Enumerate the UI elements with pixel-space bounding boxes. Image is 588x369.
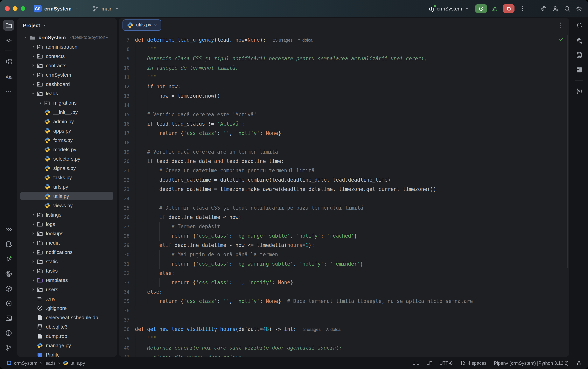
breadcrumb-utils.py[interactable]: utils.py <box>63 360 85 366</box>
line-number[interactable]: 31 <box>119 259 130 269</box>
zoom-window-button[interactable] <box>21 6 25 11</box>
chevron-right-icon[interactable] <box>37 100 43 105</box>
editor-scrollbar[interactable] <box>567 35 568 268</box>
tool-stripe-hidden-tool-windows-icon[interactable] <box>3 224 14 235</box>
close-tab-icon[interactable]: × <box>154 22 157 27</box>
tool-stripe-services-icon[interactable] <box>3 298 14 309</box>
tool-stripe-database-icon[interactable] <box>574 49 585 60</box>
line-number[interactable]: 20 <box>119 157 130 166</box>
tree-item-contracts[interactable]: contracts <box>17 61 117 70</box>
chevron-right-icon[interactable] <box>30 249 36 255</box>
tree-item-lookups[interactable]: lookups <box>17 229 117 238</box>
tree-item-models.py[interactable]: models.py <box>17 145 117 154</box>
project-panel-header[interactable]: Project <box>17 18 117 33</box>
tree-item-migrations[interactable]: migrations <box>17 98 117 107</box>
tool-stripe-structure-icon[interactable] <box>3 56 14 67</box>
line-number[interactable]: 17 <box>119 129 130 138</box>
tree-item-templates[interactable]: templates <box>17 275 117 285</box>
inspections-ok-icon[interactable] <box>558 37 564 42</box>
tree-item-static[interactable]: static <box>17 257 117 266</box>
tool-stripe-ai-assistant-icon[interactable] <box>574 35 585 45</box>
tree-item-admin.py[interactable]: admin.py <box>17 117 117 126</box>
status-line-separator[interactable]: LF <box>427 360 432 366</box>
tree-item-leads[interactable]: leads <box>17 89 117 98</box>
ai-assistant-icon[interactable] <box>540 5 547 12</box>
tree-item-crmSystem[interactable]: crmSystem <box>17 70 117 79</box>
tree-item-tasks.py[interactable]: tasks.py <box>17 173 117 182</box>
line-number[interactable]: 22 <box>119 175 130 185</box>
status-file-encoding[interactable]: UTF-8 <box>439 360 453 366</box>
tree-item-forms.py[interactable]: forms.py <box>17 135 117 145</box>
status-indent-style[interactable]: 4 spaces <box>460 360 486 366</box>
tool-stripe-problems-icon[interactable] <box>3 328 14 338</box>
line-number[interactable]: 34 <box>119 287 130 297</box>
chevron-right-icon[interactable] <box>30 277 36 283</box>
line-number[interactable]: 30 <box>119 250 130 259</box>
line-number[interactable]: 13 <box>119 91 130 101</box>
line-number[interactable]: 9 <box>119 54 130 63</box>
line-number[interactable]: 35 <box>119 297 130 306</box>
status-caret-position[interactable]: 1:1 <box>413 360 419 366</box>
line-number[interactable]: 21 <box>119 166 130 175</box>
tree-item-Pipfile[interactable]: Pipfile <box>17 350 117 357</box>
run-configuration-selector[interactable]: dj crmSystem <box>429 6 469 11</box>
line-number[interactable]: 15 <box>119 110 130 119</box>
tool-stripe-run-icon[interactable] <box>3 254 14 264</box>
tree-item-dump.rdb[interactable]: dump.rdb <box>17 331 117 341</box>
line-number[interactable]: 40 <box>119 343 130 353</box>
chevron-right-icon[interactable] <box>30 259 36 264</box>
tree-item-selectors.py[interactable]: selectors.py <box>17 154 117 163</box>
line-number[interactable]: 39 <box>119 334 130 343</box>
tree-item-apps.py[interactable]: apps.py <box>17 126 117 135</box>
chevron-right-icon[interactable] <box>30 240 36 245</box>
tree-item-media[interactable]: media <box>17 238 117 247</box>
line-number[interactable]: 36 <box>119 306 130 315</box>
tree-item-__init__.py[interactable]: __init__.py <box>17 107 117 117</box>
tool-stripe-database-changes-icon[interactable] <box>3 239 14 250</box>
code-with-me-icon[interactable] <box>552 5 559 12</box>
tree-item-administration[interactable]: administration <box>17 42 117 51</box>
vcs-branch-widget[interactable]: main <box>92 5 119 12</box>
chevron-right-icon[interactable] <box>30 287 36 292</box>
chevron-right-icon[interactable] <box>30 72 36 77</box>
line-number[interactable]: 19 <box>119 147 130 157</box>
line-number[interactable]: 11 <box>119 73 130 82</box>
tool-stripe-python-packages-icon[interactable] <box>3 283 14 294</box>
debug-icon[interactable] <box>491 5 499 12</box>
tab-options-kebab-icon[interactable] <box>557 21 564 29</box>
line-number[interactable]: 16 <box>119 119 130 129</box>
tree-item-.env[interactable]: .env <box>17 294 117 303</box>
chevron-down-icon[interactable] <box>30 91 36 96</box>
chevron-right-icon[interactable] <box>30 63 36 68</box>
tree-item-utils.py[interactable]: utils.py <box>17 191 117 201</box>
line-number[interactable]: 10 <box>119 63 130 73</box>
tree-item-urls.py[interactable]: urls.py <box>17 182 117 191</box>
line-number[interactable]: 26 <box>119 213 130 222</box>
project-icon[interactable]: CS <box>34 5 41 12</box>
tool-stripe-more-tool-windows-icon[interactable] <box>3 86 14 96</box>
line-number[interactable]: 41 <box>119 353 130 357</box>
tree-item-listings[interactable]: listings <box>17 210 117 219</box>
tool-stripe-plugins-icon[interactable] <box>574 64 585 75</box>
close-window-button[interactable] <box>5 6 10 11</box>
tool-stripe-notifications-icon[interactable] <box>574 20 585 31</box>
chevron-right-icon[interactable] <box>30 221 36 226</box>
code-editor[interactable]: 7def determine_lead_urgency(lead, now=No… <box>119 32 569 357</box>
chevron-right-icon[interactable] <box>30 231 36 236</box>
status-python-interpreter[interactable]: Pipenv (crmSystem) [Python 3.12.2] <box>494 360 568 366</box>
tree-item-db.sqlite3[interactable]: db.sqlite3 <box>17 322 117 331</box>
more-actions-icon[interactable] <box>519 5 526 12</box>
tab-utils-py[interactable]: utils.py × <box>123 19 161 31</box>
breadcrumb-crmSystem[interactable]: crmSystem <box>6 360 37 366</box>
chevron-right-icon[interactable] <box>30 44 36 49</box>
settings-gear-icon[interactable] <box>575 5 583 12</box>
tree-item-manage.py[interactable]: manage.py <box>17 341 117 350</box>
line-number[interactable]: 8 <box>119 45 130 54</box>
chevron-right-icon[interactable] <box>30 212 36 217</box>
line-number[interactable]: 18 <box>119 138 130 147</box>
tree-item-signals.py[interactable]: signals.py <box>17 163 117 173</box>
tree-item-users[interactable]: users <box>17 285 117 294</box>
minimize-window-button[interactable] <box>13 6 18 11</box>
stop-button[interactable] <box>503 4 515 13</box>
chevron-right-icon[interactable] <box>30 53 36 59</box>
